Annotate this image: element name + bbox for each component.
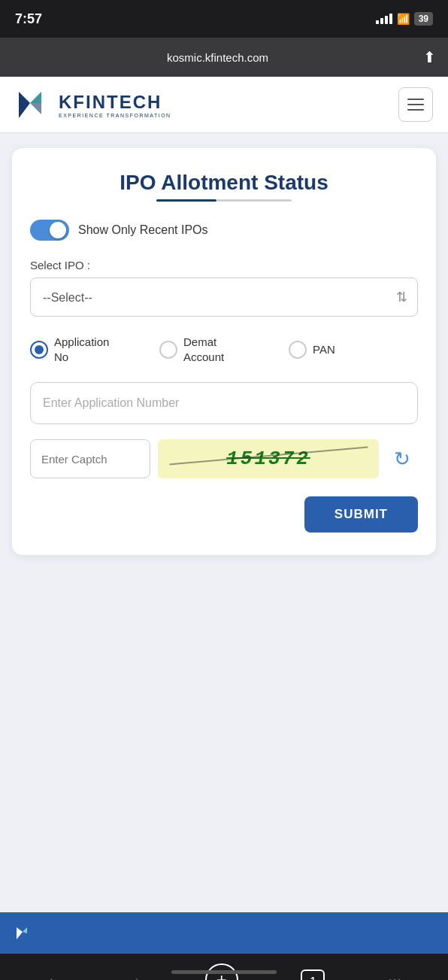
ipo-select-wrapper: --Select-- ⇅ [30, 278, 418, 317]
radio-circle-pan [289, 341, 307, 359]
status-icons: 📶 39 [376, 12, 433, 26]
kfintech-logo-icon [15, 88, 53, 122]
refresh-icon: ↻ [394, 448, 410, 471]
radio-application-no[interactable]: ApplicationNo [30, 335, 159, 364]
radio-circle-demat [159, 341, 177, 359]
svg-marker-2 [30, 103, 41, 114]
ipo-select[interactable]: --Select-- [30, 278, 418, 317]
svg-marker-0 [19, 92, 30, 118]
wifi-icon: 📶 [397, 13, 410, 25]
recent-ipo-toggle[interactable] [30, 220, 69, 241]
browser-bar: kosmic.kfintech.com ⬆ [0, 38, 448, 77]
content-area: IPO Allotment Status Show Only Recent IP… [0, 133, 448, 912]
hamburger-line-1 [407, 99, 424, 100]
card-title: IPO Allotment Status [30, 171, 418, 195]
underline-gray [216, 199, 292, 202]
captcha-refresh-button[interactable]: ↻ [386, 443, 418, 475]
more-options-button[interactable]: ··· [388, 970, 401, 980]
captcha-row: 151372 ↻ [30, 439, 418, 478]
radio-label-pan: PAN [313, 342, 335, 357]
captcha-input[interactable] [30, 439, 150, 478]
captcha-image: 151372 [158, 439, 379, 478]
share-icon[interactable]: ⬆ [423, 48, 436, 66]
radio-inner-application [35, 345, 44, 354]
submit-button[interactable]: SUBMIT [304, 496, 418, 532]
footer-logo-icon [15, 926, 30, 941]
hamburger-line-2 [407, 104, 424, 105]
radio-label-demat: DematAccount [183, 335, 224, 364]
submit-row: SUBMIT [30, 496, 418, 532]
back-button[interactable]: ← [47, 970, 63, 980]
home-indicator [171, 970, 277, 974]
browser-url[interactable]: kosmic.kfintech.com [12, 51, 423, 64]
radio-label-application: ApplicationNo [54, 335, 109, 364]
footer-strip [0, 912, 448, 954]
select-ipo-label: Select IPO : [30, 259, 418, 272]
toggle-track [30, 220, 69, 241]
logo-tagline: EXPERIENCE TRANSFORMATION [59, 113, 171, 118]
application-number-input[interactable] [30, 382, 418, 424]
svg-marker-1 [30, 92, 41, 103]
title-underline [30, 199, 418, 202]
search-type-radio-group: ApplicationNo DematAccount PAN [30, 335, 418, 364]
logo-brand-name: KFINTECH [59, 92, 171, 113]
browser-bottom-bar: ← → + 1 ··· [0, 954, 448, 980]
toggle-knob [50, 222, 66, 238]
hamburger-button[interactable] [398, 87, 433, 122]
page-area: KFINTECH EXPERIENCE TRANSFORMATION IPO A… [0, 77, 448, 912]
status-bar: 7:57 📶 39 [0, 0, 448, 38]
logo-area: KFINTECH EXPERIENCE TRANSFORMATION [15, 88, 171, 122]
svg-marker-4 [23, 927, 27, 933]
logo-text: KFINTECH EXPERIENCE TRANSFORMATION [59, 92, 171, 118]
ipo-allotment-card: IPO Allotment Status Show Only Recent IP… [12, 148, 436, 555]
radio-pan[interactable]: PAN [289, 341, 418, 359]
svg-marker-3 [17, 927, 23, 939]
forward-button[interactable]: → [126, 970, 142, 980]
recent-ipo-toggle-row: Show Only Recent IPOs [30, 220, 418, 241]
signal-icon [376, 14, 392, 24]
radio-circle-application [30, 341, 48, 359]
radio-demat-account[interactable]: DematAccount [159, 335, 289, 364]
hamburger-line-3 [407, 109, 424, 111]
battery-indicator: 39 [414, 12, 433, 26]
toggle-label: Show Only Recent IPOs [78, 223, 208, 237]
status-time: 7:57 [15, 11, 42, 27]
underline-blue [156, 199, 216, 202]
site-header: KFINTECH EXPERIENCE TRANSFORMATION [0, 77, 448, 133]
tab-count-button[interactable]: 1 [301, 969, 325, 980]
